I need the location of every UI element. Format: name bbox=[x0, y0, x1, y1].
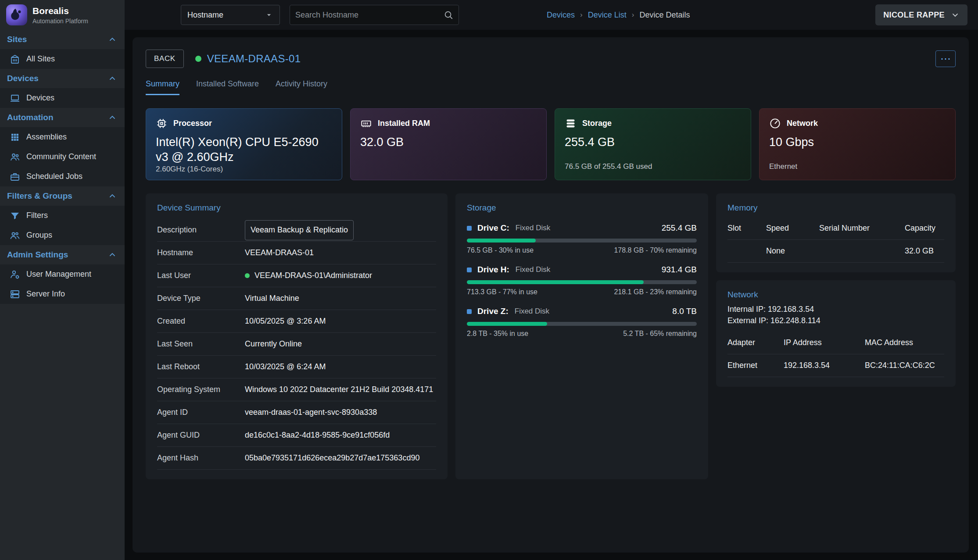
user-menu-button[interactable]: NICOLE RAPPE bbox=[875, 4, 967, 25]
drive-remaining-label: 5.2 TB - 65% remaining bbox=[623, 330, 697, 338]
stat-caption: Ethernet bbox=[769, 162, 946, 171]
user-name: NICOLE RAPPE bbox=[883, 11, 945, 20]
card-title: Memory bbox=[727, 203, 944, 213]
sidebar-item-label: Scheduled Jobs bbox=[26, 172, 82, 181]
chevron-up-icon bbox=[108, 192, 117, 200]
people-icon bbox=[10, 152, 20, 162]
borealis-logo bbox=[6, 4, 27, 25]
memory-card: Memory Slot Speed Serial Number Capacity… bbox=[716, 193, 956, 272]
chevron-up-icon bbox=[108, 113, 117, 122]
stat-value: 32.0 GB bbox=[360, 135, 537, 150]
brand-header: Borealis Automation Platform bbox=[0, 0, 125, 30]
briefcase-icon bbox=[10, 171, 20, 182]
drive-row-h: Drive H: Fixed Disk 931.4 GB 713.3 GB - … bbox=[467, 265, 697, 296]
drive-remaining-label: 178.8 GB - 70% remaining bbox=[614, 246, 697, 254]
sidebar-item-community-content[interactable]: Community Content bbox=[0, 147, 125, 167]
drive-remaining-label: 218.1 GB - 23% remaining bbox=[614, 288, 697, 296]
drive-row-z: Drive Z: Fixed Disk 8.0 TB 2.8 TB - 35% … bbox=[467, 307, 697, 338]
network-gauge-icon bbox=[769, 118, 781, 129]
drive-bullet-icon bbox=[467, 226, 472, 231]
more-options-button[interactable]: ⋯ bbox=[935, 50, 956, 67]
tab-summary[interactable]: Summary bbox=[146, 79, 179, 95]
filter-icon bbox=[10, 210, 20, 221]
sidebar-item-filters[interactable]: Filters bbox=[0, 206, 125, 225]
sidebar-item-label: User Management bbox=[26, 270, 91, 279]
sidebar-section-sites[interactable]: Sites bbox=[0, 30, 125, 49]
brand-name: Borealis bbox=[32, 6, 88, 16]
device-name: VEEAM-DRAAS-01 bbox=[207, 53, 301, 65]
sidebar-item-devices[interactable]: Devices bbox=[0, 88, 125, 108]
brand-text: Borealis Automation Platform bbox=[32, 6, 88, 25]
app-root: Borealis Automation Platform Sites All S… bbox=[0, 0, 978, 560]
sidebar-item-label: Community Content bbox=[26, 152, 96, 161]
search-box bbox=[290, 5, 459, 25]
breadcrumb-separator: › bbox=[632, 11, 634, 19]
tab-installed-software[interactable]: Installed Software bbox=[196, 79, 259, 95]
table-row: Device Type Virtual Machine bbox=[157, 287, 436, 310]
right-column: Memory Slot Speed Serial Number Capacity… bbox=[716, 193, 956, 479]
drive-usage-bar bbox=[467, 239, 697, 243]
table-row: Created 10/05/2025 @ 3:26 AM bbox=[157, 310, 436, 333]
sidebar-section-admin-settings[interactable]: Admin Settings bbox=[0, 245, 125, 264]
drive-row-c: Drive C: Fixed Disk 255.4 GB 76.5 GB - 3… bbox=[467, 223, 697, 254]
tab-activity-history[interactable]: Activity History bbox=[276, 79, 327, 95]
stat-title: Storage bbox=[582, 119, 612, 128]
table-row: Last Seen Currently Online bbox=[157, 333, 436, 356]
user-gear-icon bbox=[10, 269, 20, 280]
stat-value: Intel(R) Xeon(R) CPU E5-2690 v3 @ 2.60GH… bbox=[156, 135, 332, 165]
chevron-up-icon bbox=[108, 35, 117, 44]
sidebar-item-groups[interactable]: Groups bbox=[0, 225, 125, 245]
stat-value: 255.4 GB bbox=[565, 135, 741, 150]
sidebar-item-user-management[interactable]: User Management bbox=[0, 264, 125, 284]
detail-columns: Device Summary Description Hostname VEEA… bbox=[146, 193, 956, 479]
table-row: Operating System Windows 10 2022 Datacen… bbox=[157, 378, 436, 401]
sidebar-item-label: Server Info bbox=[26, 289, 65, 299]
ram-icon bbox=[360, 118, 372, 129]
breadcrumb-link-devices[interactable]: Devices bbox=[547, 11, 575, 20]
drive-usage-fill bbox=[467, 322, 547, 326]
sidebar-section-label: Automation bbox=[7, 113, 54, 122]
internal-ip: Internal IP: 192.168.3.54 bbox=[727, 305, 944, 314]
back-button[interactable]: BACK bbox=[146, 50, 184, 68]
chevron-up-icon bbox=[108, 74, 117, 83]
drive-bullet-icon bbox=[467, 309, 472, 314]
drive-bullet-icon bbox=[467, 268, 472, 272]
stat-caption: 2.60GHz (16-Cores) bbox=[156, 165, 332, 174]
sidebar-section-label: Admin Settings bbox=[7, 250, 68, 260]
sidebar-item-scheduled-jobs[interactable]: Scheduled Jobs bbox=[0, 167, 125, 186]
drive-usage-bar bbox=[467, 322, 697, 326]
sidebar-section-label: Sites bbox=[7, 35, 27, 44]
search-input[interactable] bbox=[295, 11, 444, 20]
stat-card-ram: Installed RAM 32.0 GB bbox=[350, 108, 547, 180]
table-row: Agent GUID de16c0c1-8aa2-4d18-9585-9ce91… bbox=[157, 424, 436, 447]
chevron-down-icon bbox=[951, 11, 960, 19]
laptop-icon bbox=[10, 93, 20, 103]
external-ip: External IP: 162.248.8.114 bbox=[727, 316, 944, 325]
search-field-dropdown[interactable]: Hostname bbox=[181, 5, 280, 25]
main-area: BACK VEEAM-DRAAS-01 ⋯ Summary Installed … bbox=[125, 30, 978, 560]
storage-icon bbox=[565, 118, 577, 129]
breadcrumb: Devices › Device List › Device Details bbox=[547, 11, 690, 20]
dropdown-selected-value: Hostname bbox=[187, 11, 223, 20]
stat-card-network: Network 10 Gbps Ethernet bbox=[759, 108, 956, 180]
stat-value: 10 Gbps bbox=[769, 135, 946, 150]
sidebar-item-label: Devices bbox=[26, 93, 54, 103]
table-row: Description bbox=[157, 219, 436, 242]
sidebar-section-devices[interactable]: Devices bbox=[0, 69, 125, 88]
sidebar-section-filters-groups[interactable]: Filters & Groups bbox=[0, 186, 125, 206]
breadcrumb-link-device-list[interactable]: Device List bbox=[588, 11, 627, 20]
description-input[interactable] bbox=[245, 220, 354, 240]
groups-icon bbox=[10, 230, 20, 241]
network-table-row: Ethernet 192.168.3.54 BC:24:11:CA:C6:2C bbox=[727, 354, 944, 377]
sidebar-section-automation[interactable]: Automation bbox=[0, 108, 125, 127]
sidebar-item-server-info[interactable]: Server Info bbox=[0, 284, 125, 304]
sidebar-item-assemblies[interactable]: Assemblies bbox=[0, 127, 125, 147]
stat-title: Processor bbox=[173, 119, 212, 128]
device-summary-card: Device Summary Description Hostname VEEA… bbox=[146, 193, 448, 479]
chevron-up-icon bbox=[108, 250, 117, 259]
stat-card-processor: Processor Intel(R) Xeon(R) CPU E5-2690 v… bbox=[146, 108, 342, 180]
sidebar-item-all-sites[interactable]: All Sites bbox=[0, 49, 125, 69]
drive-used-label: 713.3 GB - 77% in use bbox=[467, 288, 537, 296]
grid-icon bbox=[10, 132, 20, 143]
memory-table-header: Slot Speed Serial Number Capacity bbox=[727, 217, 944, 240]
